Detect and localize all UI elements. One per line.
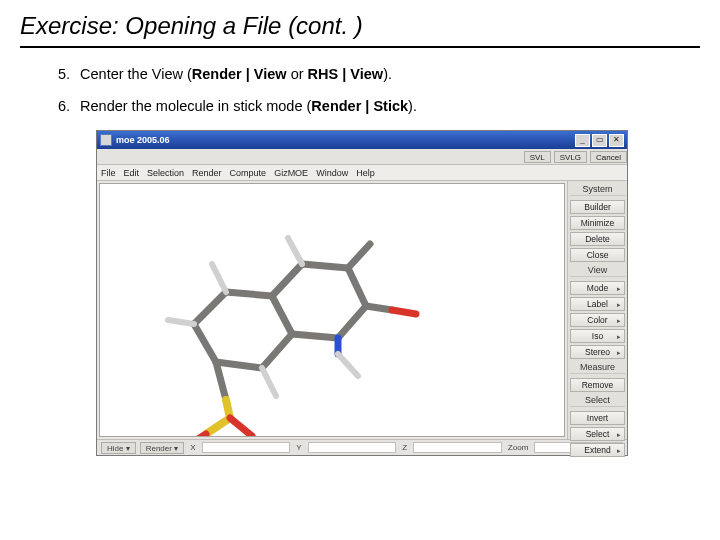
molecule-render [134, 204, 454, 437]
sidebar: System Builder Minimize Delete Close Vie… [567, 181, 627, 439]
svg-line-6 [292, 334, 338, 338]
menu-edit[interactable]: Edit [124, 168, 140, 178]
svg-line-1 [226, 292, 272, 296]
step-text: Center the View ( [80, 66, 192, 82]
svg-line-15 [348, 244, 370, 268]
sidebar-section-system: System [570, 183, 625, 196]
svl-button[interactable]: SVL [524, 151, 551, 163]
top-strip: SVL SVLG Cancel [97, 149, 627, 165]
sidebar-close-button[interactable]: Close [570, 248, 625, 262]
svg-line-9 [302, 264, 348, 268]
svg-line-14 [392, 310, 416, 314]
step-5: 5. Center the View (Render | View or RHS… [58, 66, 700, 82]
sidebar-stereo-button[interactable]: Stereo [570, 345, 625, 359]
step-bold-1: Render | Stick [311, 98, 408, 114]
step-number: 5. [58, 66, 76, 82]
status-zoom-label: Zoom [506, 443, 530, 452]
window-title: moe 2005.06 [116, 135, 573, 145]
svg-line-12 [338, 354, 358, 376]
sidebar-section-select: Select [570, 394, 625, 407]
svg-line-7 [338, 306, 366, 338]
sidebar-minimize-button[interactable]: Minimize [570, 216, 625, 230]
svlg-button[interactable]: SVLG [554, 151, 587, 163]
step-list: 5. Center the View (Render | View or RHS… [58, 66, 700, 114]
sidebar-builder-button[interactable]: Builder [570, 200, 625, 214]
step-text: ). [408, 98, 417, 114]
svg-line-10 [272, 264, 302, 296]
step-bold-2: RHS | View [308, 66, 384, 82]
svg-line-0 [194, 292, 226, 324]
status-render-button[interactable]: Render ▾ [140, 442, 184, 454]
close-button[interactable]: ✕ [609, 134, 624, 147]
status-bar: Hide ▾ Render ▾ X Y Z Zoom [97, 439, 627, 455]
step-number: 6. [58, 98, 76, 114]
step-bold-1: Render | View [192, 66, 287, 82]
sidebar-section-measure: Measure [570, 361, 625, 374]
step-6: 6. Render the molecule in stick mode (Re… [58, 98, 700, 114]
status-z-field[interactable] [413, 442, 502, 453]
svg-line-2 [272, 296, 292, 334]
window-titlebar: moe 2005.06 _ ▭ ✕ [97, 131, 627, 149]
status-hide-button[interactable]: Hide ▾ [101, 442, 136, 454]
status-y-label: Y [294, 443, 303, 452]
sidebar-color-button[interactable]: Color [570, 313, 625, 327]
svg-line-16 [168, 320, 194, 324]
svg-line-19 [262, 368, 276, 396]
step-text: ). [383, 66, 392, 82]
minimize-button[interactable]: _ [575, 134, 590, 147]
step-text: or [287, 66, 308, 82]
menu-help[interactable]: Help [356, 168, 375, 178]
cancel-button[interactable]: Cancel [590, 151, 627, 163]
svg-line-18 [288, 238, 302, 264]
sidebar-invert-button[interactable]: Invert [570, 411, 625, 425]
svg-line-17 [212, 264, 226, 292]
status-x-field[interactable] [202, 442, 291, 453]
menu-selection[interactable]: Selection [147, 168, 184, 178]
svg-line-8 [348, 268, 366, 306]
menu-window[interactable]: Window [316, 168, 348, 178]
sidebar-delete-button[interactable]: Delete [570, 232, 625, 246]
sidebar-extend-button[interactable]: Extend [570, 443, 625, 457]
svg-line-13 [366, 306, 392, 310]
sidebar-mode-button[interactable]: Mode [570, 281, 625, 295]
menu-file[interactable]: File [101, 168, 116, 178]
screenshot-app-window: moe 2005.06 _ ▭ ✕ SVL SVLG Cancel File E… [96, 130, 628, 456]
svg-line-5 [194, 324, 216, 362]
menu-compute[interactable]: Compute [230, 168, 267, 178]
svg-line-3 [262, 334, 292, 368]
svg-line-22 [206, 418, 230, 434]
menu-gizmoe[interactable]: GizMOE [274, 168, 308, 178]
menu-bar: File Edit Selection Render Compute GizMO… [97, 165, 627, 181]
svg-line-4 [216, 362, 262, 368]
app-icon [100, 134, 112, 146]
sidebar-iso-button[interactable]: Iso [570, 329, 625, 343]
sidebar-section-view: View [570, 264, 625, 277]
status-x-label: X [188, 443, 197, 452]
sidebar-select-button[interactable]: Select [570, 427, 625, 441]
step-text: Render the molecule in stick mode ( [80, 98, 311, 114]
sidebar-remove-button[interactable]: Remove [570, 378, 625, 392]
status-y-field[interactable] [308, 442, 397, 453]
viewport-3d[interactable] [99, 183, 565, 437]
svg-line-24 [230, 418, 252, 436]
slide-title: Exercise: Opening a File (cont. ) [20, 12, 700, 48]
status-z-label: Z [400, 443, 409, 452]
sidebar-label-button[interactable]: Label [570, 297, 625, 311]
svg-line-20 [216, 362, 226, 400]
maximize-button[interactable]: ▭ [592, 134, 607, 147]
svg-line-23 [190, 434, 206, 437]
menu-render[interactable]: Render [192, 168, 222, 178]
